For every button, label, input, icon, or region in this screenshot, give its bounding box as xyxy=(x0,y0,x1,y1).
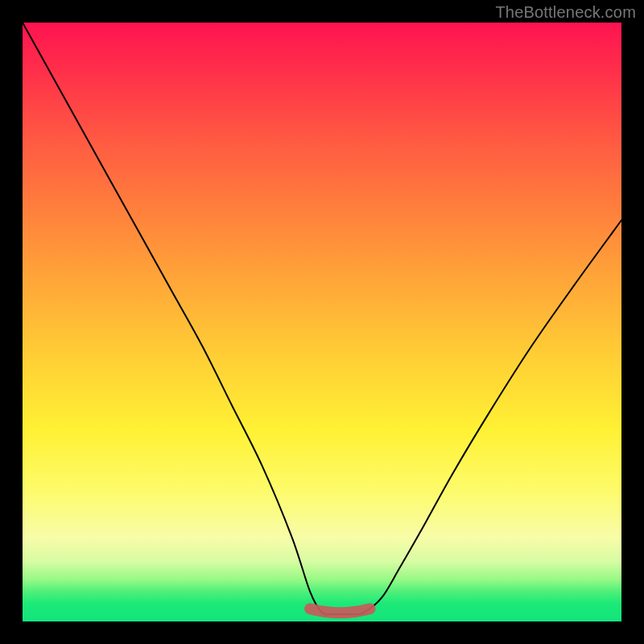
bottleneck-curve xyxy=(23,23,621,615)
plot-area xyxy=(23,23,621,621)
watermark-text: TheBottleneck.com xyxy=(495,3,636,22)
optimal-range-highlight xyxy=(310,609,369,613)
chart-frame: TheBottleneck.com xyxy=(0,0,644,644)
curve-layer xyxy=(23,23,621,621)
